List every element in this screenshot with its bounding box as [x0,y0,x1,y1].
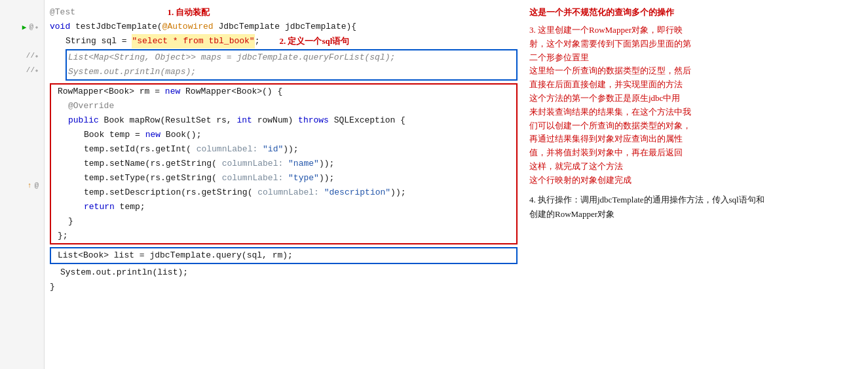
gutter-line-2[interactable]: ▶ @ ⬥ [0,20,44,34]
gutter-line-21 [0,294,44,308]
list-decl: List<Book> list = jdbcTemplate.query(sql… [58,248,293,263]
step3-line12: 这个行映射的对象创建完成 [529,174,861,187]
rowmapper-new: RowMapper<Book>() { [185,85,282,99]
code-line-rowmapper: RowMapper<Book> rm = new RowMapper<Book>… [52,85,515,99]
gutter-line-20 [0,279,44,294]
step3-line1: 3. 这里创建一个RowMapper对象，即行映 [529,24,861,37]
gutter-line-16 [0,222,44,236]
code-line-comment1: List<Map<String, Object>> maps = jdbcTem… [68,50,515,65]
code-line-annotation: @Test 1. 自动装配 [50,5,523,20]
param-type: JdbcTemplate jdbcTemplate){ [218,20,356,34]
gutter-line-12 [0,164,44,178]
setdesc-close: )); [390,185,406,200]
sql-string: "select * from tbl_book" [132,34,254,49]
label-val4: "description" [324,185,390,200]
step2-label: 2. 定义一个sql语句 [279,34,349,49]
setid-close: )); [283,142,298,157]
semicolon-1: ; [255,34,260,49]
label-val1: "id" [263,142,283,157]
code-line-setid: temp.setId(rs.getInt( columnLabel: "id" … [52,142,515,157]
autowired-annotation: @Autowired [162,20,219,34]
rowmapper-decl: RowMapper<Book> rm = [58,85,165,99]
code-line-setdesc: temp.setDescription(rs.getString( column… [52,185,515,200]
step4-line2: 创建的RowMapper对象 [529,207,861,222]
gutter-line-18 [0,250,44,265]
override-annotation: @Override [68,99,114,113]
gutter-line-3 [0,34,44,49]
annotation-test: @Test [50,5,75,20]
at-icon: @ [29,23,33,31]
label-val3: "type" [288,171,319,185]
code-line-settype: temp.setType(rs.getString( columnLabel: … [52,171,515,185]
step2-row: 这是一个并不规范化的查询多个的操作 [529,5,861,20]
main-content: @Test 1. 自动装配 void testJdbcTemplate( @Au… [45,0,868,369]
at-icon-2: @ [34,182,39,189]
code-line-setname: temp.setName(rs.getString( columnLabel: … [52,157,515,171]
step2-note: 这是一个并不规范化的查询多个的操作 [529,5,674,20]
settype: temp.setType(rs.getString( [84,171,217,185]
step3-line5: 直接在后面直接创建，并实现里面的方法 [529,78,861,92]
maprow-sig: Book mapRow(ResultSet rs, [104,113,237,128]
commented-block: List<Map<String, Object>> maps = jdbcTem… [66,49,518,81]
bookmark-icon-2: ⬥ [35,52,39,60]
step3-line10: 值，并将值封装到对象中，再在最后返回 [529,146,861,160]
run-icon-2: ↑ [28,182,32,189]
step3-line11: 这样，就完成了这个方法 [529,160,861,174]
gutter-line-6 [0,77,44,92]
code-line-override: @Override [52,99,515,113]
code-line-method: void testJdbcTemplate( @Autowired JdbcTe… [50,20,523,34]
rowmapper-block: RowMapper<Book> rm = new RowMapper<Book>… [50,83,518,244]
keyword-new2: new [145,128,166,142]
settype-close: )); [319,171,334,185]
method-name: testJdbcTemplate( [75,20,162,34]
label-val2: "name" [288,157,319,171]
gutter-line-8 [0,106,44,121]
comment-marker-1: // [26,52,35,60]
gutter: ▶ @ ⬥ // ⬥ // ⬥ ↑ @ [0,0,45,369]
setname-close: )); [319,157,334,171]
keyword-throws: throws [298,113,334,128]
gutter-line-13[interactable]: ↑ @ [0,178,44,193]
keyword-return: return [84,200,120,214]
step1-label: 1. 自动装配 [167,5,210,20]
gutter-line-5: // ⬥ [0,63,44,77]
keyword-int: int [236,113,257,128]
comment-list: List<Map<String, Object>> maps = jdbcTem… [68,50,395,65]
maprow-sig3: SQLException { [334,113,406,128]
comment-marker-2: // [26,66,35,74]
code-line-list: List<Book> list = jdbcTemplate.query(sql… [52,248,515,263]
keyword-void: void [50,20,75,34]
code-area: @Test 1. 自动装配 void testJdbcTemplate( @Au… [45,0,523,369]
step4-line1: 4. 执行操作：调用jdbcTemplate的通用操作方法，传入sql语句和 [529,193,861,207]
gutter-line-14 [0,193,44,207]
gutter-line-19 [0,265,44,279]
step4-block: 4. 执行操作：调用jdbcTemplate的通用操作方法，传入sql语句和 创… [529,193,861,222]
label-col2: columnLabel: [217,157,288,171]
setname: temp.setName(rs.getString( [84,157,217,171]
code-line-close-rm: }; [52,229,515,243]
step3-line2: 射，这个对象需要传到下面第四步里面的第 [529,37,861,51]
book-new: Book(); [166,128,202,142]
gutter-line-11 [0,149,44,164]
comment-sysout: System.out.println(maps); [68,65,196,79]
query-block: List<Book> list = jdbcTemplate.query(sql… [50,247,518,264]
label-col1: columnLabel: [191,142,263,157]
brace-close-rm: }; [58,229,68,243]
maprow-sig2: rowNum) [257,113,298,128]
code-line-booktemp: Book temp = new Book(); [52,128,515,142]
run-icon: ▶ [22,23,27,31]
setid: temp.setId(rs.getInt( [84,142,191,157]
code-line-close-method: } [52,214,515,229]
code-line-return: return temp; [52,200,515,214]
gutter-line-10 [0,135,44,149]
keyword-public: public [68,113,104,128]
return-val: temp; [120,200,145,214]
code-line-sysout2: System.out.println(list); [50,265,523,280]
setdesc: temp.setDescription(rs.getString( [84,185,252,200]
gutter-line-17 [0,236,44,250]
code-line-maprow: public Book mapRow(ResultSet rs, int row… [52,113,515,128]
bookmark-icon-3: ⬥ [35,67,39,74]
gutter-line-22 [0,308,44,322]
gutter-line-4: // ⬥ [0,49,44,63]
gutter-line-23 [0,322,44,337]
